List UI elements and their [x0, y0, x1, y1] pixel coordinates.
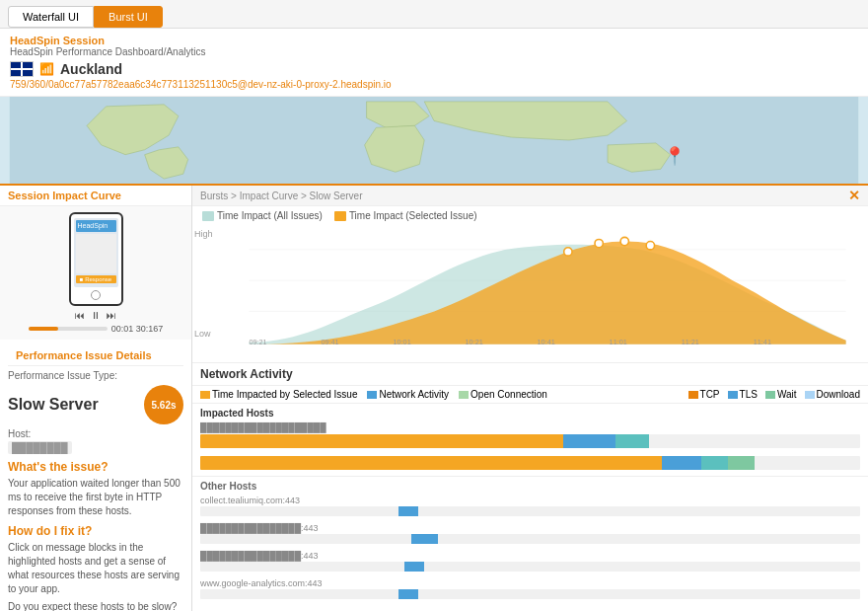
what-title: What's the issue?	[8, 460, 183, 474]
other-host-bar-1	[200, 506, 860, 516]
svg-text:09:41: 09:41	[321, 338, 338, 346]
other-host-name-3: ████████████████:443	[200, 551, 860, 561]
net-legend-label-tcp: TCP	[700, 389, 720, 400]
session-label: HeadSpin Session	[10, 35, 858, 46]
svg-text:10:21: 10:21	[466, 338, 483, 346]
fix-text-2: Do you expect these hosts to be slow? Ar…	[8, 600, 183, 611]
other-host-row-1[interactable]: collect.tealiumiq.com:443	[192, 494, 868, 518]
net-legend-color-wait	[765, 391, 775, 399]
net-legend-impacted: Time Impacted by Selected Issue	[200, 389, 357, 400]
map-section: 📍	[0, 97, 868, 186]
impacted-host-row-2[interactable]	[192, 454, 868, 472]
impacted-host-name-1: ████████████████████	[200, 422, 860, 432]
legend-label-selected: Time Impact (Selected Issue)	[349, 210, 477, 221]
net-legend-download: Download	[805, 389, 860, 400]
tab-waterfall[interactable]: Waterfall UI	[8, 6, 94, 28]
pause-button[interactable]: ⏸	[91, 310, 101, 321]
sub-label: HeadSpin Performance Dashboard/Analytics	[10, 46, 858, 57]
svg-text:10:41: 10:41	[538, 338, 555, 346]
phone-mockup: HeadSpin ■ Response	[69, 212, 123, 306]
session-curve-title: Session Impact Curve	[0, 186, 191, 206]
other-host-bar-3	[200, 562, 860, 572]
net-legend-label-download: Download	[817, 389, 860, 400]
svg-text:11:21: 11:21	[682, 338, 699, 346]
net-legend-label-tls: TLS	[740, 389, 758, 400]
net-legend-color-tcp	[688, 391, 698, 399]
net-legend-color-impacted	[200, 391, 210, 399]
right-legend: TCP TLS Wait Download	[688, 389, 860, 400]
perf-issue-row: Slow Server 5.62s	[8, 385, 183, 424]
network-section: Network Activity Time Impacted by Select…	[192, 363, 868, 611]
legend-color-selected	[334, 211, 346, 221]
svg-text:09:21: 09:21	[249, 338, 266, 346]
perf-section-title: Performance Issue Details	[8, 345, 183, 366]
timeline: 00:01 30:167	[29, 324, 164, 334]
chart-legend: Time Impact (All Issues) Time Impact (Se…	[192, 206, 868, 225]
breadcrumb-row: Bursts > Impact Curve > Slow Server ✕	[192, 186, 868, 206]
tab-burst[interactable]: Burst UI	[94, 6, 163, 28]
perf-type-label: Performance Issue Type:	[8, 370, 183, 381]
network-title: Network Activity	[192, 363, 868, 386]
impacted-host-bar-2	[200, 456, 860, 470]
main-container: HeadSpin Session HeadSpin Performance Da…	[0, 29, 868, 611]
performance-section: Performance Issue Details Performance Is…	[0, 340, 191, 611]
svg-point-7	[646, 242, 654, 250]
net-legend-activity: Network Activity	[367, 389, 449, 400]
other-bar-blue-2	[411, 534, 438, 544]
time-label: 00:01 30:167	[111, 324, 164, 334]
other-bar-blue-3	[404, 562, 424, 572]
bar-orange-2	[200, 456, 662, 470]
right-panel: Bursts > Impact Curve > Slow Server ✕ Ti…	[192, 186, 868, 611]
host-value: ████████	[8, 441, 72, 454]
what-text: Your application waited longer than 500 …	[8, 477, 183, 518]
other-host-name-2: ████████████████:443	[200, 523, 860, 533]
svg-point-6	[620, 237, 628, 245]
net-legend-color-tls	[728, 391, 738, 399]
net-legend-open: Open Connection	[459, 389, 547, 400]
content-area: Session Impact Curve HeadSpin ■ Response…	[0, 186, 868, 611]
phone-area: HeadSpin ■ Response ⏮ ⏸ ⏭ 00:	[0, 206, 191, 340]
left-panel: Session Impact Curve HeadSpin ■ Response…	[0, 186, 192, 611]
fix-text-1: Click on message blocks in the highlight…	[8, 541, 183, 596]
legend-selected-issue: Time Impact (Selected Issue)	[334, 210, 477, 221]
svg-point-5	[595, 239, 603, 247]
net-legend-label-activity: Network Activity	[379, 389, 449, 400]
net-legend-color-open	[459, 391, 469, 399]
other-bar-blue-1	[398, 506, 418, 516]
other-bar-blue-4	[398, 589, 418, 599]
skip-forward-button[interactable]: ⏭	[107, 310, 116, 321]
other-host-row-2[interactable]: ████████████████:443	[192, 521, 868, 546]
skip-back-button[interactable]: ⏮	[75, 310, 85, 321]
chart-content: 09:21 09:41 10:01 10:21 10:41 11:01 11:2…	[237, 229, 858, 347]
other-host-bar-2	[200, 534, 860, 544]
location-row: 📶 Auckland	[10, 61, 858, 77]
legend-all-issues: Time Impact (All Issues)	[202, 210, 323, 221]
host-info: 759/360/0a0cc77a57782eaa6c34c77311325113…	[10, 79, 858, 90]
legend-color-all	[202, 211, 214, 221]
score-circle: 5.62s	[144, 385, 183, 424]
net-legend-wait: Wait	[765, 389, 797, 400]
net-legend-color-activity	[367, 391, 377, 399]
net-legend-label-open: Open Connection	[470, 389, 547, 400]
chart-y-labels: High Low	[192, 225, 222, 343]
net-legend-tcp: TCP	[688, 389, 720, 400]
bar-blue-2	[662, 456, 701, 470]
timeline-bar[interactable]	[29, 327, 108, 331]
bar-blue-1	[563, 434, 616, 448]
header-section: HeadSpin Session HeadSpin Performance Da…	[0, 29, 868, 97]
svg-text:10:01: 10:01	[393, 338, 410, 346]
close-button[interactable]: ✕	[848, 188, 860, 203]
timeline-fill	[29, 327, 58, 331]
other-host-row-3[interactable]: ████████████████:443	[192, 549, 868, 573]
phone-screen: HeadSpin ■ Response	[74, 218, 118, 287]
other-host-row-4[interactable]: www.google-analytics.com:443	[192, 576, 868, 601]
other-host-name-1: collect.tealiumiq.com:443	[200, 496, 860, 505]
impacted-host-row-1[interactable]: ████████████████████	[192, 420, 868, 450]
net-legend-label-impacted: Time Impacted by Selected Issue	[212, 389, 357, 400]
fix-title: How do I fix it?	[8, 524, 183, 538]
svg-point-4	[564, 248, 572, 256]
other-host-name-4: www.google-analytics.com:443	[200, 578, 860, 588]
network-legend: Time Impacted by Selected Issue Network …	[192, 386, 868, 404]
bar-teal-1	[615, 434, 648, 448]
net-legend-label-wait: Wait	[777, 389, 797, 400]
